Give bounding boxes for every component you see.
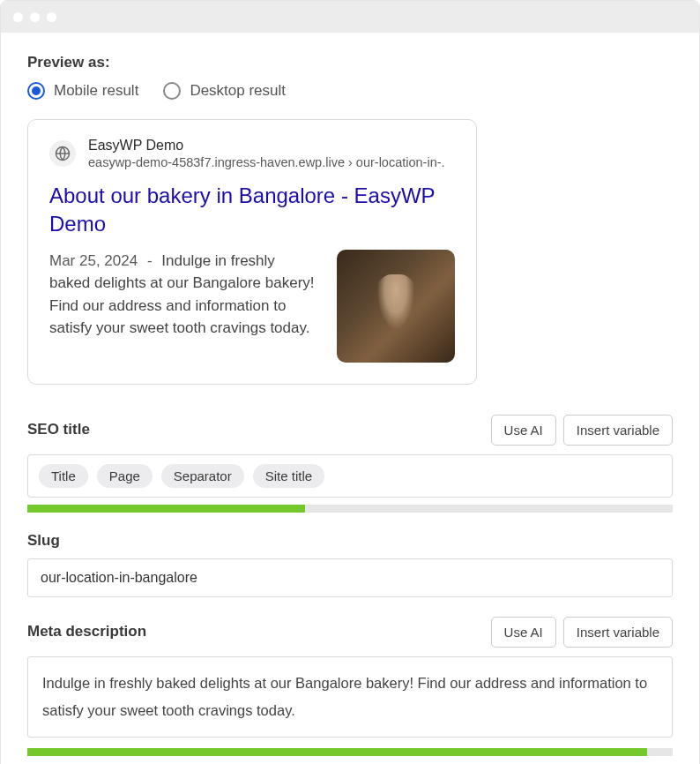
radio-desktop-result[interactable]: Desktop result — [163, 82, 286, 100]
seo-title-progress — [27, 505, 673, 513]
seo-title-pill[interactable]: Separator — [161, 464, 244, 488]
preview-as-label: Preview as: — [27, 54, 673, 71]
seo-title-label: SEO title — [27, 421, 90, 438]
meta-description-progress — [27, 748, 673, 756]
window-dot-close[interactable] — [13, 12, 23, 22]
seo-title-row: SEO title Use AI Insert variable — [27, 415, 673, 446]
meta-description-progress-fill — [27, 748, 647, 756]
seo-title-buttons: Use AI Insert variable — [491, 415, 673, 446]
seo-title-progress-fill — [27, 505, 305, 513]
preview-as-radios: Mobile result Desktop result — [27, 82, 673, 100]
search-preview-card: EasyWP Demo easywp-demo-4583f7.ingress-h… — [27, 119, 477, 385]
meta-description-row: Meta description Use AI Insert variable — [27, 617, 673, 648]
meta-description-input[interactable] — [27, 656, 673, 738]
meta-description-buttons: Use AI Insert variable — [491, 617, 673, 648]
preview-site-info: EasyWP Demo easywp-demo-4583f7.ingress-h… — [88, 138, 445, 169]
preview-site-name: EasyWP Demo — [88, 138, 445, 154]
radio-label: Mobile result — [54, 82, 138, 100]
preview-body: Mar 25, 2024 - Indulge in freshly baked … — [49, 250, 455, 363]
window-titlebar — [1, 1, 699, 33]
seo-title-use-ai-button[interactable]: Use AI — [491, 415, 556, 446]
radio-label: Desktop result — [190, 82, 286, 100]
seo-title-pill[interactable]: Page — [97, 464, 153, 488]
seo-title-insert-variable-button[interactable]: Insert variable — [563, 415, 673, 446]
window: Preview as: Mobile result Desktop result — [0, 0, 700, 764]
preview-date: Mar 25, 2024 — [49, 252, 138, 269]
preview-thumbnail — [337, 250, 455, 363]
seo-title-input[interactable]: Title Page Separator Site title — [27, 454, 673, 498]
meta-description-insert-variable-button[interactable]: Insert variable — [563, 617, 673, 648]
seo-title-pill[interactable]: Title — [39, 464, 88, 488]
meta-description-use-ai-button[interactable]: Use AI — [491, 617, 556, 648]
preview-separator: - — [147, 252, 153, 269]
content-area: Preview as: Mobile result Desktop result — [1, 33, 699, 764]
preview-site-url: easywp-demo-4583f7.ingress-haven.ewp.liv… — [88, 155, 445, 169]
radio-icon — [163, 82, 181, 100]
radio-icon — [27, 82, 45, 100]
slug-label: Slug — [27, 532, 673, 550]
meta-description-label: Meta description — [27, 623, 146, 640]
seo-title-pill[interactable]: Site title — [253, 464, 324, 488]
preview-title: About our bakery in Bangalore - EasyWP D… — [49, 182, 455, 239]
globe-icon — [49, 140, 76, 167]
slug-input[interactable] — [27, 558, 673, 597]
window-dot-zoom[interactable] — [47, 12, 56, 22]
radio-mobile-result[interactable]: Mobile result — [27, 82, 138, 100]
window-dot-minimize[interactable] — [30, 12, 40, 22]
preview-header: EasyWP Demo easywp-demo-4583f7.ingress-h… — [49, 138, 455, 169]
preview-description: Mar 25, 2024 - Indulge in freshly baked … — [49, 250, 319, 363]
